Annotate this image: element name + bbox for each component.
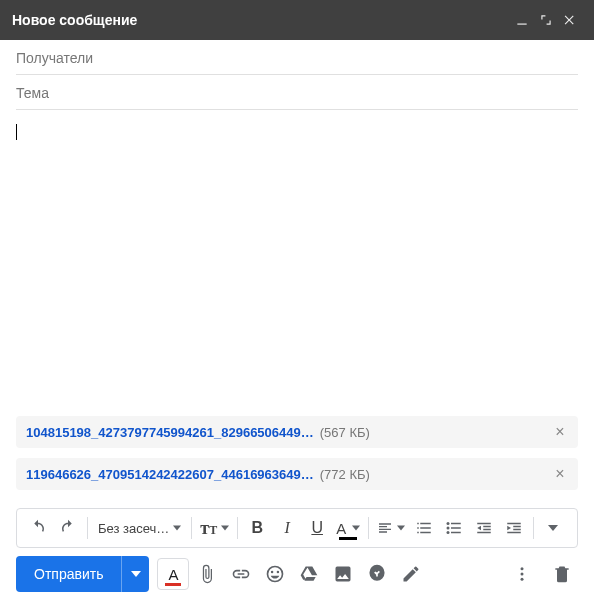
fullscreen-button[interactable]	[534, 8, 558, 32]
text-color-button[interactable]: A	[332, 513, 364, 543]
attach-file-button[interactable]	[191, 558, 223, 590]
insert-emoji-button[interactable]	[259, 558, 291, 590]
bulleted-list-button[interactable]	[439, 513, 469, 543]
minimize-button[interactable]	[510, 8, 534, 32]
window-title: Новое сообщение	[12, 12, 510, 28]
attachment-item[interactable]: 119646626_4709514242422607_44616963649… …	[16, 458, 578, 490]
font-family-label: Без засеч…	[98, 521, 169, 536]
formatting-options-button[interactable]: A	[157, 558, 189, 590]
insert-photo-button[interactable]	[327, 558, 359, 590]
attachment-item[interactable]: 104815198_4273797745994261_82966506449… …	[16, 416, 578, 448]
undo-button[interactable]	[23, 513, 53, 543]
svg-point-4	[521, 567, 524, 570]
redo-button[interactable]	[53, 513, 83, 543]
format-more-button[interactable]	[538, 513, 568, 543]
insert-link-button[interactable]	[225, 558, 257, 590]
compose-window: Новое сообщение Получатели Тема 10481519…	[0, 0, 594, 604]
text-cursor	[16, 124, 17, 140]
discard-draft-button[interactable]	[546, 558, 578, 590]
attachment-size: (567 КБ)	[320, 425, 370, 440]
indent-less-button[interactable]	[469, 513, 499, 543]
font-size-button[interactable]: тT	[196, 513, 233, 543]
caret-down-icon	[397, 524, 405, 532]
caret-down-icon	[173, 524, 181, 532]
subject-field[interactable]: Тема	[16, 75, 578, 110]
bottom-toolbar: Отправить A	[0, 548, 594, 604]
align-button[interactable]	[373, 513, 409, 543]
confidential-mode-button[interactable]	[361, 558, 393, 590]
caret-down-icon	[352, 524, 360, 532]
svg-point-1	[447, 522, 450, 525]
attachment-name: 119646626_4709514242422607_44616963649…	[26, 467, 314, 482]
more-options-button[interactable]	[506, 558, 538, 590]
attachment-size: (772 КБ)	[320, 467, 370, 482]
italic-button[interactable]: I	[272, 513, 302, 543]
remove-attachment-button[interactable]: ×	[550, 464, 570, 484]
attachment-name: 104815198_4273797745994261_82966506449…	[26, 425, 314, 440]
svg-point-2	[447, 527, 450, 530]
font-size-icon: тT	[200, 518, 217, 539]
compose-tools: A	[157, 558, 427, 590]
send-button[interactable]: Отправить	[16, 556, 121, 592]
svg-point-5	[521, 573, 524, 576]
titlebar: Новое сообщение	[0, 0, 594, 40]
indent-more-button[interactable]	[499, 513, 529, 543]
numbered-list-button[interactable]	[409, 513, 439, 543]
header-fields: Получатели Тема	[0, 40, 594, 110]
bold-button[interactable]: B	[242, 513, 272, 543]
attachments-list: 104815198_4273797745994261_82966506449… …	[0, 416, 594, 508]
send-split-button: Отправить	[16, 556, 149, 592]
caret-down-icon	[131, 569, 141, 579]
remove-attachment-button[interactable]: ×	[550, 422, 570, 442]
svg-rect-0	[517, 24, 526, 25]
formatting-toolbar: Без засеч… тT B I U A	[16, 508, 578, 548]
close-button[interactable]	[558, 8, 582, 32]
svg-point-3	[447, 531, 450, 534]
message-body[interactable]	[0, 110, 594, 416]
recipients-field[interactable]: Получатели	[16, 40, 578, 75]
caret-down-icon	[221, 524, 229, 532]
font-family-select[interactable]: Без засеч…	[92, 513, 187, 543]
send-more-button[interactable]	[121, 556, 149, 592]
underline-button[interactable]: U	[302, 513, 332, 543]
insert-drive-button[interactable]	[293, 558, 325, 590]
svg-point-6	[521, 578, 524, 581]
insert-signature-button[interactable]	[395, 558, 427, 590]
